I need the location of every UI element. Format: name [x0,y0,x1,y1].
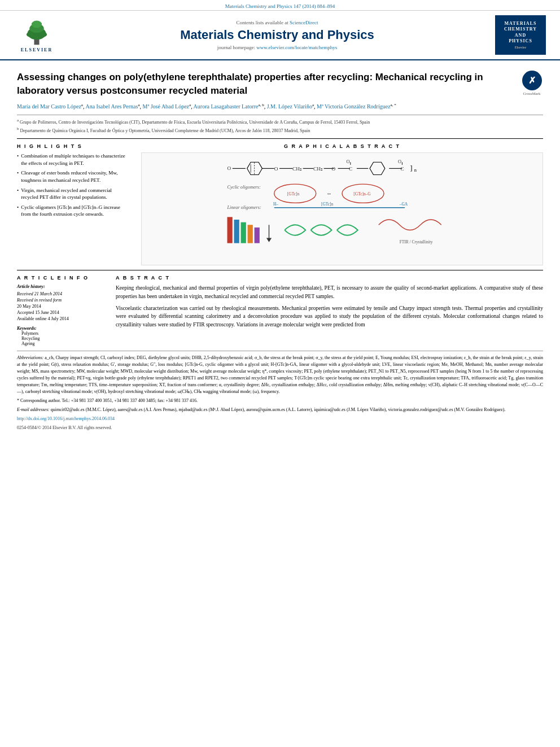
svg-text:↔: ↔ [326,191,331,196]
journal-citation-text: Materials Chemistry and Physics 147 (201… [225,3,335,9]
svg-text:[GTc]n: [GTc]n [287,191,300,196]
abstract-para-1: Keeping rheological, mechanical and ther… [116,284,543,300]
svg-point-3 [32,20,42,28]
highlight-text-2: Cleavage of ester bonds reduced viscosit… [21,169,130,184]
keywords-section: Keywords: Polymers Recycling Ageing [17,326,104,346]
author-6: Mª Victoria González Rodríguez [317,103,391,110]
bullet-icon: • [17,169,19,177]
journal-homepage: journal homepage: www.elsevier.com/locat… [62,45,492,50]
highlight-item-4: • Cyclic oligomers [GTc]n and [GTc]n–G i… [17,204,130,218]
svg-text:C: C [349,166,352,172]
sciencedirect-link[interactable]: ScienceDirect [290,20,318,25]
highlight-item-3: • Virgin, mechanical recycled and commer… [17,187,130,201]
abstract-para-2: Viscoelastic characterization was carrie… [116,304,543,329]
date-received: Received 21 March 2014 [17,291,104,296]
abbreviations-text: Abbreviations: a_ch, Charpy impact stren… [17,355,543,395]
abstract-heading: A B S T R A C T [116,275,543,281]
article-info-column: A R T I C L E I N F O Article history: R… [17,275,104,346]
highlight-text-3: Virgin, mechanical recycled and commerci… [21,187,130,201]
doi-link[interactable]: http://dx.doi.org/10.1016/j.matchemphys.… [17,416,115,421]
journal-header: ELSEVIER Contents lists available at Sci… [0,11,560,60]
author-2: Ana Isabel Ares Pernas [85,103,138,110]
highlight-text-4: Cyclic oligomers [GTc]n and [GTc]n–G inc… [21,204,130,218]
affiliation-b: b Departamento de Química Orgánica I, Fa… [17,126,543,134]
svg-marker-24 [370,162,385,174]
date-revised-label: Received in revised form [17,298,104,303]
abbreviations-content: a_ch, Charpy impact strength; CI, carbox… [17,355,543,394]
affiliation-a: a Grupo de Polímeros, Centro de Investig… [17,117,543,126]
svg-rect-45 [248,225,253,243]
affiliations-section: a Grupo de Polímeros, Centro de Investig… [17,115,543,134]
date-revised-value: 20 May 2014 [17,304,104,309]
article-content: Assessing changes on poly(ethylene terep… [0,60,560,437]
highlight-item-2: • Cleavage of ester bonds reduced viscos… [17,169,130,184]
date-label-4: Accepted 15 June 2014 [17,310,59,315]
keyword-2: Recycling [21,336,104,341]
svg-text:H–: H– [273,202,278,207]
homepage-label: journal homepage: [217,45,256,50]
elsevier-tree-icon [20,18,54,46]
date-label-1: Received 21 March 2014 [17,291,62,296]
graphical-abstract-column: G R A P H I C A L A B S T R A C T O O [141,143,543,265]
graphical-abstract-heading: G R A P H I C A L A B S T R A C T [141,143,543,149]
elsevier-logo: ELSEVIER [20,18,54,53]
keywords-label: Keywords: [17,326,104,331]
elsevier-logo-area: ELSEVIER [11,18,62,53]
svg-text:O: O [346,159,349,164]
svg-text:]: ] [410,164,412,172]
svg-rect-43 [234,220,239,243]
corresponding-author: * Corresponding author. Tel.: +34 981 33… [17,397,543,404]
svg-text:C: C [401,166,404,172]
date-label-3: 20 May 2014 [17,304,41,309]
highlights-heading: H I G H L I G H T S [17,143,130,149]
svg-text:Cyclic oligomers:: Cyclic oligomers: [228,184,261,189]
abstract-column: A B S T R A C T Keeping rheological, mec… [116,275,543,346]
svg-rect-42 [228,217,233,243]
svg-text:[GTc]n–G: [GTc]n–G [353,191,371,196]
footnotes-section: Abbreviations: a_ch, Charpy impact stren… [17,351,543,431]
article-title: Assessing changes on poly(ethylene terep… [17,71,512,98]
journal-logo-area: MATERIALS CHEMISTRY AND PHYSICS Elsevier [492,15,549,55]
svg-point-4 [27,32,35,37]
svg-point-5 [39,32,47,37]
svg-text:O: O [274,166,278,172]
svg-rect-44 [241,222,246,243]
keyword-3: Ageing [21,341,104,346]
svg-rect-46 [255,228,260,243]
svg-text:[GTc]n: [GTc]n [321,202,334,207]
article-title-section: Assessing changes on poly(ethylene terep… [17,66,543,98]
abstract-text: Keeping rheological, mechanical and ther… [116,284,543,329]
email-content: quimcit02@udc.es (M.M.C. López), aares@u… [51,407,506,412]
sciencedirect-prefix: Contents lists available at [237,20,288,25]
author-3: Mª José Abad López [143,103,189,110]
svg-text:O: O [228,165,231,171]
homepage-url[interactable]: www.elsevier.com/locate/matchemphys [256,45,337,50]
doi-line: http://dx.doi.org/10.1016/j.matchemphys.… [17,416,543,422]
svg-text:CH₂: CH₂ [292,166,302,172]
page: Materials Chemistry and Physics 147 (201… [0,0,560,747]
chemical-structure-svg: O O CH₂ CH₂ O [212,157,472,261]
svg-text:CH₂: CH₂ [313,166,323,172]
highlights-graphical-section: H I G H L I G H T S • Combination of mul… [17,138,543,265]
svg-marker-48 [266,238,272,242]
abbreviations-label: Abbreviations: [17,355,43,360]
author-1: María del Mar Castro López [17,103,81,110]
journal-title: Materials Chemistry and Physics [62,28,492,42]
authors-section: María del Mar Castro Lópeza, Ana Isabel … [17,102,543,111]
svg-text:FTIR / Crystallinity: FTIR / Crystallinity [400,239,433,244]
copyright-line: 0254-0584/© 2014 Elsevier B.V. All right… [17,425,543,431]
corresponding-contact: Tel.: +34 981 337 400 3051, +34 981 337 … [62,398,198,403]
bullet-icon: • [17,152,19,160]
email-addresses: E-mail addresses: quimcit02@udc.es (M.M.… [17,407,543,413]
article-info-heading: A R T I C L E I N F O [17,275,104,281]
journal-logo-subtitle: Elsevier [515,46,527,49]
crossmark-icon: ✗ [522,71,542,90]
crossmark-badge: ✗ CrossMark [520,71,543,96]
svg-text:n: n [414,168,417,173]
svg-text:O: O [398,159,401,164]
date-online: Available online 4 July 2014 [17,316,104,321]
elsevier-brand-text: ELSEVIER [21,47,53,53]
date-accepted: Accepted 15 June 2014 [17,310,104,315]
article-history-heading: Article history: [17,284,104,289]
journal-header-center: Contents lists available at ScienceDirec… [62,20,492,50]
